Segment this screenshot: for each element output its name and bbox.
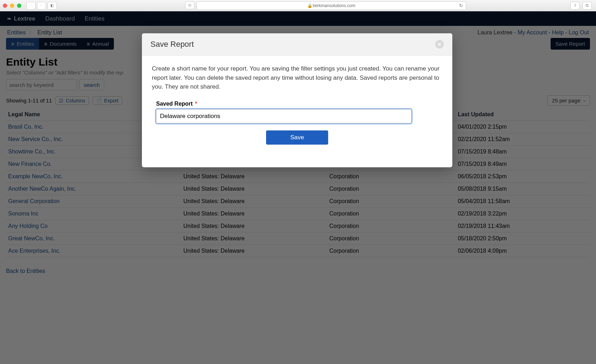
modal-body: Create a short name for your report. You… [142, 56, 452, 167]
saved-report-label: Saved Report * [156, 101, 442, 107]
save-button[interactable]: Save [266, 130, 328, 145]
close-icon[interactable]: ✕ [435, 40, 444, 49]
address-bar[interactable]: 🔒 berkmansolutions.com ↻ [197, 1, 466, 10]
field-label-text: Saved Report [156, 101, 193, 107]
share-icon[interactable]: ⇪ [570, 2, 580, 10]
fullscreen-window-icon[interactable] [17, 4, 21, 8]
window-controls [3, 4, 21, 8]
modal-title: Save Report [150, 40, 194, 49]
required-marker: * [195, 101, 197, 107]
app-root: ❧ Lextree Dashboard Entities Entities 〉 … [0, 11, 596, 364]
forward-button[interactable]: 〉 [37, 2, 46, 10]
url-host: berkmansolutions.com [313, 3, 355, 8]
saved-report-input[interactable] [156, 109, 412, 123]
lock-icon: 🔒 [307, 3, 313, 8]
reload-icon[interactable]: ↻ [459, 3, 463, 8]
modal-description: Create a short name for your report. You… [152, 64, 442, 91]
modal-header: Save Report ✕ [142, 33, 452, 56]
minimize-window-icon[interactable] [10, 4, 14, 8]
reader-icon[interactable]: ◎ [185, 1, 194, 9]
close-window-icon[interactable] [3, 4, 7, 8]
back-button[interactable]: 〈 [26, 2, 35, 10]
save-report-modal: Save Report ✕ Create a short name for yo… [142, 33, 452, 167]
sidebar-toggle-icon[interactable]: ◧ [48, 2, 57, 10]
tabs-icon[interactable]: ⧉ [583, 2, 592, 10]
browser-chrome: 〈 〉 ◧ ◎ 🔒 berkmansolutions.com ↻ ⇪ ⧉ [0, 0, 596, 11]
